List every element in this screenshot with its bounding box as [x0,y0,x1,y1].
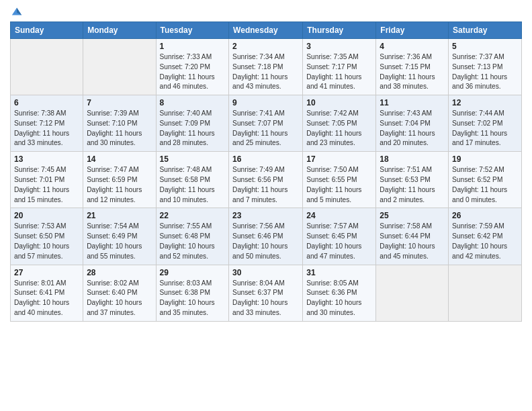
day-number: 29 [160,268,226,277]
calendar-cell: 15Sunrise: 7:48 AM Sunset: 6:58 PM Dayli… [156,152,229,208]
day-number: 19 [452,154,518,164]
calendar-week-row: 13Sunrise: 7:45 AM Sunset: 7:01 PM Dayli… [11,152,522,208]
day-number: 4 [380,42,445,51]
day-number: 13 [14,154,79,164]
day-of-week-header: Saturday [449,22,522,39]
day-number: 16 [232,154,299,164]
calendar-cell: 3Sunrise: 7:35 AM Sunset: 7:17 PM Daylig… [303,39,376,95]
day-number: 3 [306,42,372,51]
day-number: 22 [160,211,226,220]
calendar-cell: 27Sunrise: 8:01 AM Sunset: 6:41 PM Dayli… [11,265,83,321]
day-info: Sunrise: 7:45 AM Sunset: 7:01 PM Dayligh… [14,165,79,205]
day-info: Sunrise: 8:03 AM Sunset: 6:38 PM Dayligh… [160,279,226,318]
day-number: 11 [380,98,445,107]
day-info: Sunrise: 7:42 AM Sunset: 7:05 PM Dayligh… [306,109,372,148]
day-number: 7 [87,98,152,107]
day-of-week-header: Thursday [303,22,376,39]
day-info: Sunrise: 7:37 AM Sunset: 7:13 PM Dayligh… [452,52,518,92]
day-number: 9 [232,98,299,107]
calendar-cell: 12Sunrise: 7:44 AM Sunset: 7:02 PM Dayli… [449,95,522,152]
day-of-week-header: Tuesday [156,22,229,39]
day-info: Sunrise: 8:05 AM Sunset: 6:36 PM Dayligh… [306,279,372,318]
calendar-cell: 11Sunrise: 7:43 AM Sunset: 7:04 PM Dayli… [376,95,449,152]
calendar-cell: 19Sunrise: 7:52 AM Sunset: 6:52 PM Dayli… [449,152,522,208]
day-info: Sunrise: 8:02 AM Sunset: 6:40 PM Dayligh… [87,279,152,318]
day-info: Sunrise: 7:51 AM Sunset: 6:53 PM Dayligh… [380,165,445,205]
day-number: 17 [306,154,372,164]
day-info: Sunrise: 7:41 AM Sunset: 7:07 PM Dayligh… [232,109,299,148]
calendar-cell [83,39,156,95]
header [10,7,522,17]
day-number: 20 [14,211,79,220]
day-info: Sunrise: 7:56 AM Sunset: 6:46 PM Dayligh… [232,222,299,261]
calendar-cell: 26Sunrise: 7:59 AM Sunset: 6:42 PM Dayli… [449,208,522,265]
day-number: 30 [232,268,299,277]
day-number: 10 [306,98,372,107]
day-number: 28 [87,268,152,277]
calendar-cell: 31Sunrise: 8:05 AM Sunset: 6:36 PM Dayli… [303,265,376,321]
day-info: Sunrise: 7:40 AM Sunset: 7:09 PM Dayligh… [160,109,226,148]
day-number: 31 [306,268,372,277]
day-of-week-header: Friday [376,22,449,39]
calendar-cell: 10Sunrise: 7:42 AM Sunset: 7:05 PM Dayli… [303,95,376,152]
day-info: Sunrise: 7:43 AM Sunset: 7:04 PM Dayligh… [380,109,445,148]
calendar-cell [376,265,449,321]
day-info: Sunrise: 7:35 AM Sunset: 7:17 PM Dayligh… [306,52,372,92]
day-number: 12 [452,98,518,107]
calendar-cell: 20Sunrise: 7:53 AM Sunset: 6:50 PM Dayli… [11,208,83,265]
day-info: Sunrise: 7:59 AM Sunset: 6:42 PM Dayligh… [452,222,518,261]
day-number: 26 [452,211,518,220]
day-info: Sunrise: 7:54 AM Sunset: 6:49 PM Dayligh… [87,222,152,261]
day-number: 2 [232,42,299,51]
day-info: Sunrise: 7:58 AM Sunset: 6:44 PM Dayligh… [380,222,445,261]
day-info: Sunrise: 7:34 AM Sunset: 7:18 PM Dayligh… [232,52,299,92]
calendar-cell: 18Sunrise: 7:51 AM Sunset: 6:53 PM Dayli… [376,152,449,208]
calendar-cell: 22Sunrise: 7:55 AM Sunset: 6:48 PM Dayli… [156,208,229,265]
day-info: Sunrise: 8:01 AM Sunset: 6:41 PM Dayligh… [14,279,79,318]
logo [10,7,23,17]
calendar-table: SundayMondayTuesdayWednesdayThursdayFrid… [10,21,522,322]
day-number: 21 [87,211,152,220]
calendar-cell: 14Sunrise: 7:47 AM Sunset: 6:59 PM Dayli… [83,152,156,208]
day-info: Sunrise: 7:49 AM Sunset: 6:56 PM Dayligh… [232,165,299,205]
calendar-cell: 17Sunrise: 7:50 AM Sunset: 6:55 PM Dayli… [303,152,376,208]
logo-icon [11,5,23,17]
calendar-week-row: 6Sunrise: 7:38 AM Sunset: 7:12 PM Daylig… [11,95,522,152]
day-number: 6 [14,98,79,107]
calendar-cell [449,265,522,321]
day-number: 23 [232,211,299,220]
day-info: Sunrise: 7:36 AM Sunset: 7:15 PM Dayligh… [380,52,445,92]
calendar-cell: 7Sunrise: 7:39 AM Sunset: 7:10 PM Daylig… [83,95,156,152]
calendar-cell: 5Sunrise: 7:37 AM Sunset: 7:13 PM Daylig… [449,39,522,95]
day-info: Sunrise: 7:50 AM Sunset: 6:55 PM Dayligh… [306,165,372,205]
calendar-cell: 29Sunrise: 8:03 AM Sunset: 6:38 PM Dayli… [156,265,229,321]
calendar-cell: 21Sunrise: 7:54 AM Sunset: 6:49 PM Dayli… [83,208,156,265]
day-info: Sunrise: 7:48 AM Sunset: 6:58 PM Dayligh… [160,165,226,205]
day-info: Sunrise: 7:52 AM Sunset: 6:52 PM Dayligh… [452,165,518,205]
day-number: 15 [160,154,226,164]
calendar-cell: 24Sunrise: 7:57 AM Sunset: 6:45 PM Dayli… [303,208,376,265]
day-of-week-header: Sunday [11,22,83,39]
calendar-cell: 4Sunrise: 7:36 AM Sunset: 7:15 PM Daylig… [376,39,449,95]
day-number: 27 [14,268,79,277]
calendar-cell: 25Sunrise: 7:58 AM Sunset: 6:44 PM Dayli… [376,208,449,265]
calendar-cell: 28Sunrise: 8:02 AM Sunset: 6:40 PM Dayli… [83,265,156,321]
calendar-cell [11,39,83,95]
calendar-week-row: 1Sunrise: 7:33 AM Sunset: 7:20 PM Daylig… [11,39,522,95]
day-info: Sunrise: 7:39 AM Sunset: 7:10 PM Dayligh… [87,109,152,148]
day-number: 1 [160,42,226,51]
day-info: Sunrise: 7:53 AM Sunset: 6:50 PM Dayligh… [14,222,79,261]
calendar-cell: 30Sunrise: 8:04 AM Sunset: 6:37 PM Dayli… [229,265,303,321]
day-of-week-header: Wednesday [229,22,303,39]
day-of-week-header: Monday [83,22,156,39]
day-number: 25 [380,211,445,220]
calendar-body: 1Sunrise: 7:33 AM Sunset: 7:20 PM Daylig… [11,39,522,322]
calendar-cell: 16Sunrise: 7:49 AM Sunset: 6:56 PM Dayli… [229,152,303,208]
calendar-cell: 13Sunrise: 7:45 AM Sunset: 7:01 PM Dayli… [11,152,83,208]
day-info: Sunrise: 7:44 AM Sunset: 7:02 PM Dayligh… [452,109,518,148]
day-info: Sunrise: 7:55 AM Sunset: 6:48 PM Dayligh… [160,222,226,261]
day-info: Sunrise: 7:47 AM Sunset: 6:59 PM Dayligh… [87,165,152,205]
day-info: Sunrise: 7:33 AM Sunset: 7:20 PM Dayligh… [160,52,226,92]
day-number: 8 [160,98,226,107]
calendar-cell: 1Sunrise: 7:33 AM Sunset: 7:20 PM Daylig… [156,39,229,95]
